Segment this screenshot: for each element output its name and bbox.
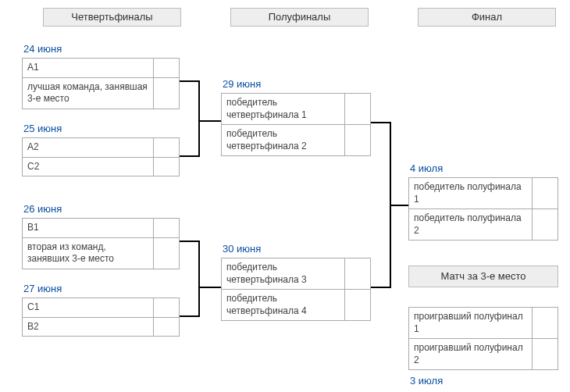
qf4-date: 27 июня [23,283,62,294]
final-score2 [532,209,558,240]
qf1-team1: A1 [23,59,153,77]
qf3-match: B1 вторая из команд, занявших 3-е место [22,218,180,269]
qf1-match: A1 лучшая команда, занявшая 3-е место [22,58,180,109]
third-team1: проигравший полуфинал 1 [409,308,532,338]
final-score1 [532,178,558,208]
third-date: 3 июля [410,375,443,387]
sf1-team1: победитель четвертьфинала 1 [222,94,344,124]
sf1-match: победитель четвертьфинала 1 победитель ч… [221,93,371,156]
qf2-score1 [153,138,179,157]
third-score1 [532,308,558,338]
sf2-match: победитель четвертьфинала 3 победитель ч… [221,258,371,321]
sf1-score2 [344,125,370,155]
sf2-team2: победитель четвертьфинала 4 [222,290,344,320]
sf1-team2: победитель четвертьфинала 2 [222,125,344,155]
final-team2: победитель полуфинала 2 [409,209,532,240]
qf1-team2: лучшая команда, занявшая 3-е место [23,78,153,109]
bracket-diagram: { "headers": {"qf":"Четвертьфиналы","sf"… [0,0,570,392]
third-team2: проигравший полуфинал 2 [409,339,532,369]
qf3-score2 [153,238,179,269]
qf4-score1 [153,298,179,317]
header-quarterfinals: Четвертьфиналы [43,8,181,27]
sf2-score2 [344,290,370,320]
qf4-match: C1 B2 [22,298,180,337]
qf2-score2 [153,158,179,176]
qf3-team1: B1 [23,219,153,237]
qf3-team2: вторая из команд, занявших 3-е место [23,238,153,269]
sf1-date: 29 июня [223,78,261,90]
sf2-date: 30 июня [223,243,261,255]
final-match: победитель полуфинала 1 победитель полуф… [408,177,558,241]
qf1-date: 24 июня [23,43,62,55]
sf2-team1: победитель четвертьфинала 3 [222,258,344,289]
qf4-score2 [153,318,179,337]
qf2-team2: C2 [23,158,153,176]
third-score2 [532,339,558,369]
final-date: 4 июля [410,162,443,174]
sf1-score1 [344,94,370,124]
qf4-team1: C1 [23,298,153,317]
qf3-score1 [153,219,179,237]
header-semifinals: Полуфиналы [230,8,369,27]
qf2-date: 25 июня [23,123,62,134]
third-match: проигравший полуфинал 1 проигравший полу… [408,307,558,370]
qf1-score2 [153,78,179,109]
qf2-team1: A2 [23,138,153,157]
final-team1: победитель полуфинала 1 [409,178,532,208]
qf2-match: A2 C2 [22,137,180,176]
qf3-date: 26 июня [23,203,62,215]
qf4-team2: B2 [23,318,153,337]
sf2-score1 [344,258,370,289]
qf1-score1 [153,59,179,77]
third-place-label: Матч за 3-е место [408,265,558,287]
header-final: Финал [418,8,556,27]
